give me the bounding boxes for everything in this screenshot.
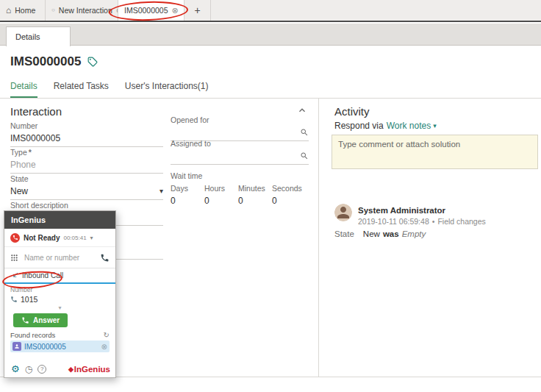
number-input[interactable]: IMS0000005 xyxy=(10,132,163,147)
tab-home[interactable]: ⌂ Home xyxy=(0,0,46,21)
refresh-icon[interactable]: ↻ xyxy=(104,331,110,339)
answer-label: Answer xyxy=(33,316,60,324)
wait-days-label: Days xyxy=(171,183,204,193)
wait-days-value[interactable]: 0 xyxy=(171,196,204,206)
subtab-details[interactable]: Details xyxy=(6,26,71,46)
wait-seconds-label: Seconds xyxy=(272,183,306,193)
search-icon[interactable] xyxy=(300,128,309,137)
inbound-call-icon xyxy=(11,271,19,279)
type-label-text: Type xyxy=(10,148,27,157)
opened-for-label: Opened for xyxy=(171,115,309,125)
type-field: Type* Phone xyxy=(10,147,163,174)
type-input[interactable]: Phone xyxy=(10,158,163,174)
entry-timestamp: 2019-10-11 06:59:48 xyxy=(358,217,429,226)
page-title: IMS0000005 xyxy=(10,54,81,69)
assigned-to-input[interactable] xyxy=(171,151,300,161)
wait-days: Days 0 xyxy=(171,183,204,206)
gear-icon[interactable]: ⚙ xyxy=(11,364,20,374)
caret-down-icon: ▾ xyxy=(433,122,437,129)
tab-home-label: Home xyxy=(15,6,35,15)
opened-for-input[interactable] xyxy=(171,127,300,138)
assigned-to-label: Assigned to xyxy=(171,138,309,149)
wait-seconds-value[interactable]: 0 xyxy=(272,196,306,206)
respond-row: Respond via Work notes ▾ xyxy=(334,121,437,131)
record-link[interactable]: IMS0000005 xyxy=(24,343,98,351)
tab-users-interactions[interactable]: User's Interactions(1) xyxy=(125,81,209,99)
record-tab-strip: Details xyxy=(0,24,541,46)
widget-footer: ⚙ ◷ ? ◆InGenius xyxy=(11,364,110,374)
inbound-call-tab[interactable]: Inbound Call xyxy=(4,268,115,284)
number-label: Number xyxy=(10,121,163,131)
wait-hours-label: Hours xyxy=(204,183,238,193)
state-field: State New ▾ xyxy=(10,174,163,200)
assigned-to-field: Assigned to xyxy=(171,138,309,165)
inbound-call-label: Inbound Call xyxy=(22,271,63,279)
page-title-row: IMS0000005 xyxy=(10,54,98,69)
was-word: was xyxy=(383,229,399,238)
wait-minutes-label: Minutes xyxy=(238,183,272,193)
tab-related-tasks[interactable]: Related Tasks xyxy=(54,81,109,99)
wait-hours: Hours 0 xyxy=(204,183,238,206)
agent-status-selector[interactable]: Not Ready 00:05:41 ▾ xyxy=(4,229,115,247)
help-icon[interactable]: ? xyxy=(37,365,46,374)
search-icon[interactable] xyxy=(300,152,309,160)
dial-input[interactable] xyxy=(23,253,96,263)
call-info: Number 1015 ▾ Answer Found records ↻ IMS… xyxy=(4,284,115,352)
caller-number-row: 1015 xyxy=(10,295,110,304)
tag-icon[interactable] xyxy=(87,57,98,67)
found-record-item[interactable]: IMS0000005 ⊗ xyxy=(10,341,110,352)
wait-hours-value[interactable]: 0 xyxy=(204,196,238,206)
type-label: Type* xyxy=(10,147,163,157)
caret-down-icon: ▾ xyxy=(160,186,163,196)
respond-via-label: Respond via xyxy=(334,121,384,131)
tab-details[interactable]: Details xyxy=(10,81,37,99)
interaction-section-title: Interaction xyxy=(10,105,62,118)
tab-record[interactable]: IMS0000005 ⊗ xyxy=(118,0,184,21)
state-value: New xyxy=(10,186,28,196)
changed-field-values: New was Empty xyxy=(363,229,426,238)
number-field: Number IMS0000005 xyxy=(10,121,163,147)
agent-status-label: Not Ready xyxy=(24,234,60,242)
logo-text: InGenius xyxy=(74,365,110,374)
status-timer: 00:05:41 xyxy=(63,235,86,241)
found-records-label: Found records xyxy=(10,331,55,339)
close-tab-icon[interactable]: ⊗ xyxy=(172,7,179,15)
close-record-icon[interactable]: ⊗ xyxy=(101,343,107,351)
widget-header[interactable]: InGenius xyxy=(4,211,115,229)
new-value: New xyxy=(363,229,380,238)
logo-mark-icon: ◆ xyxy=(68,366,74,373)
record-tabs: Details Related Tasks User's Interaction… xyxy=(10,81,209,99)
help-glyph: ? xyxy=(40,366,43,372)
assigned-to-input-row xyxy=(171,149,309,165)
panel-divider xyxy=(318,99,319,377)
history-icon[interactable]: ◷ xyxy=(25,365,32,374)
state-select[interactable]: New ▾ xyxy=(10,185,163,200)
phone-status-icon xyxy=(10,233,20,243)
plus-icon: + xyxy=(194,5,200,15)
wait-time-field: Wait time Days 0 Hours 0 Minutes 0 Secon… xyxy=(171,171,309,206)
entry-meta-label: Field changes xyxy=(437,217,485,226)
short-description-label: Short description xyxy=(10,200,163,210)
dialpad-icon[interactable] xyxy=(10,254,18,262)
wait-minutes-value[interactable]: 0 xyxy=(238,196,272,206)
entry-author: System Administrator xyxy=(358,206,445,215)
changed-field-label: State xyxy=(334,229,354,238)
home-icon: ⌂ xyxy=(6,6,11,15)
comment-input[interactable] xyxy=(332,135,537,168)
answer-button[interactable]: Answer xyxy=(13,313,68,327)
expand-caret-icon[interactable]: ▾ xyxy=(10,304,110,311)
wait-seconds: Seconds 0 xyxy=(272,183,306,206)
tab-new-interaction-label: New Interaction xyxy=(59,6,112,15)
tab-new-interaction[interactable]: ○ New Interaction ⊗ xyxy=(46,0,118,21)
wait-time-columns: Days 0 Hours 0 Minutes 0 Seconds 0 xyxy=(171,183,309,206)
old-value: Empty xyxy=(402,229,426,238)
bullet-icon: • xyxy=(432,217,435,226)
respond-channel-selector[interactable]: Work notes ▾ xyxy=(387,121,437,131)
state-label: State xyxy=(10,174,163,184)
comment-box xyxy=(332,135,538,169)
tab-record-label: IMS0000005 xyxy=(124,6,168,15)
found-records-row: Found records ↻ xyxy=(10,331,110,339)
entry-meta: 2019-10-11 06:59:48 • Field changes xyxy=(358,217,486,226)
new-tab-button[interactable]: + xyxy=(184,0,211,21)
call-button[interactable] xyxy=(100,253,110,263)
